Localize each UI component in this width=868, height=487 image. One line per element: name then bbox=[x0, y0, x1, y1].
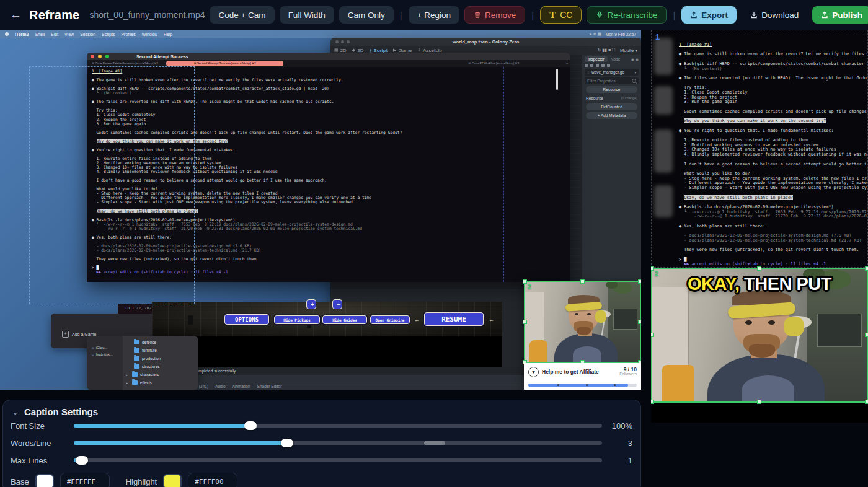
inspector-tab: Inspector bbox=[585, 56, 608, 62]
preview-terminal-content: 1 [Image #1] ● The game is still broken … bbox=[679, 43, 868, 267]
layout-mode-button[interactable]: Code + Cam bbox=[210, 6, 274, 24]
terminal-line: I don't have a good reason to believe a … bbox=[679, 162, 868, 167]
slider-label: Max Lines bbox=[11, 456, 47, 465]
resize-handle[interactable] bbox=[865, 333, 868, 337]
resize-handle[interactable] bbox=[523, 279, 527, 284]
slider-label: Font Size bbox=[11, 421, 45, 431]
terminal-line: Okay, do we have still both plans in pla… bbox=[679, 196, 868, 201]
base-color-swatch[interactable] bbox=[35, 474, 54, 487]
godot-device-select: Mobile ▾ bbox=[620, 48, 637, 53]
inspector-filter: Filter Properties bbox=[587, 79, 616, 83]
base-hex-input[interactable] bbox=[60, 473, 110, 487]
terminal-line: - Simpler scope - Start with just ONE ne… bbox=[679, 186, 868, 191]
finder-sidebar-label: hudnitsk... bbox=[96, 353, 113, 356]
resize-handle[interactable] bbox=[580, 279, 585, 284]
caption-highlight-word: OKAY, bbox=[688, 274, 739, 294]
terminal-line: -rw-r--r--@ 1 hudnitsky staff 21720 Feb … bbox=[679, 214, 868, 219]
resource-button: Resource bbox=[586, 86, 637, 93]
menubar-item: Help bbox=[164, 32, 172, 37]
stream-goal-banner: ♥ Help me to get Affiliate 9 / 10 Follow… bbox=[524, 363, 641, 380]
layout-mode-button[interactable]: Full Width bbox=[280, 6, 334, 24]
godot-bottom-tab-label: Shader Editor bbox=[257, 384, 282, 388]
video-filename: short_00_funny_moment.mp4 bbox=[89, 10, 205, 20]
slider-thumb[interactable] bbox=[281, 439, 293, 447]
godot-bottom-tab: Audio bbox=[215, 384, 226, 388]
highlight-hex-input[interactable] bbox=[188, 473, 237, 487]
inspector-icon-row bbox=[585, 64, 639, 67]
progress-dot bbox=[586, 384, 588, 386]
goal-progress bbox=[524, 380, 641, 390]
finder-sidebar-item: ⌂hudnitsk... bbox=[92, 353, 123, 356]
finder-folder-row: production bbox=[126, 354, 198, 362]
slider-row: Words/Line3 bbox=[3, 434, 640, 452]
folder-icon bbox=[134, 364, 140, 369]
slider-thumb[interactable] bbox=[76, 456, 88, 465]
console-message: SaveManager: Load completed successfully bbox=[152, 367, 582, 375]
resize-handle[interactable] bbox=[651, 333, 654, 337]
tmux-pane-divider bbox=[503, 67, 504, 282]
cam-region-selection[interactable]: 2 bbox=[524, 281, 641, 363]
menubar-item: Shell bbox=[35, 32, 45, 37]
slider-row: Max Lines1 bbox=[3, 452, 640, 469]
resize-handle[interactable] bbox=[651, 266, 654, 271]
caption-text: OKAY, THEN PUT bbox=[651, 274, 868, 294]
panel-title: Caption Settings bbox=[24, 406, 98, 417]
progress-track bbox=[528, 384, 637, 387]
chevron-down-icon[interactable]: ⌄ bbox=[12, 409, 19, 415]
resize-handle[interactable] bbox=[865, 400, 868, 404]
godot-bottom-tab: Shader Editor bbox=[257, 384, 282, 388]
menubar-item: Window bbox=[142, 32, 157, 37]
base-color-label: Base bbox=[11, 477, 29, 486]
resize-handle[interactable] bbox=[651, 400, 654, 404]
retranscribe-button[interactable]: Re-transcribe bbox=[587, 6, 666, 24]
retranscribe-label: Re-transcribe bbox=[607, 11, 657, 20]
finder-window: ⌂iClou...⌂hudnitsk... defensefurniturepr… bbox=[87, 336, 198, 390]
main-video-preview[interactable]: iTerm2ShellEditViewSessionScriptsProfile… bbox=[0, 30, 641, 390]
slider-thumb[interactable] bbox=[244, 421, 257, 430]
vertical-output-preview[interactable]: 1 [Image #1] ● The game is still broken … bbox=[651, 30, 868, 423]
preview-code-region[interactable]: 1 [Image #1] ● The game is still broken … bbox=[651, 30, 868, 268]
menubar-item: Edit bbox=[51, 32, 58, 37]
remove-region-button[interactable]: Remove bbox=[464, 6, 525, 24]
finder-folder-row: ▸characters bbox=[126, 371, 198, 379]
resize-handle[interactable] bbox=[757, 400, 761, 404]
resize-handle[interactable] bbox=[638, 279, 641, 284]
slider-track[interactable] bbox=[74, 424, 602, 428]
folder-name: defense bbox=[142, 340, 156, 344]
divider: | bbox=[673, 10, 675, 20]
slider-track[interactable] bbox=[74, 441, 602, 445]
game-resume-button: RESUME bbox=[424, 312, 484, 326]
resize-handle[interactable] bbox=[865, 266, 868, 271]
folder-icon: ⌂ bbox=[92, 353, 94, 356]
captions-toggle-button[interactable]: T CC bbox=[540, 6, 582, 24]
godot-bottom-tab-label: Audio bbox=[215, 384, 226, 388]
resize-handle[interactable] bbox=[757, 266, 761, 271]
app-logo: Reframe bbox=[29, 8, 79, 22]
webcam-overlay-card: 2 ♥ Help me to get Affiliate 9 / 10 Foll… bbox=[524, 281, 641, 390]
assetlib-icon: ⇩ bbox=[417, 48, 421, 53]
region-number-badge: 1 bbox=[655, 32, 660, 42]
add-region-button[interactable]: + Region bbox=[409, 6, 459, 24]
slider-track[interactable] bbox=[74, 458, 602, 462]
download-button[interactable]: Download bbox=[742, 6, 807, 24]
script-icon: ƒ bbox=[369, 48, 371, 53]
export-button[interactable]: Export bbox=[681, 6, 737, 24]
3d-icon: ◆ bbox=[352, 48, 355, 53]
publish-icon bbox=[821, 11, 828, 19]
publish-label: Publish bbox=[832, 11, 862, 20]
resize-handle[interactable] bbox=[523, 320, 527, 324]
remove-label: Remove bbox=[485, 11, 516, 20]
layout-mode-button[interactable]: Cam Only bbox=[339, 6, 394, 24]
highlight-color-swatch[interactable] bbox=[163, 474, 182, 487]
top-toolbar: ← Reframe short_00_funny_moment.mp4 Code… bbox=[0, 0, 868, 30]
finder-folder-row: structures bbox=[126, 362, 198, 371]
folder-name: production bbox=[142, 356, 161, 361]
terminal-scrollbar bbox=[556, 69, 558, 90]
cursor-arrow: ← bbox=[489, 317, 494, 323]
back-button[interactable]: ← bbox=[7, 8, 24, 22]
terminal-line: Why do you think you can make it work on… bbox=[679, 119, 868, 124]
publish-button[interactable]: Publish bbox=[812, 6, 868, 24]
menubar-item: iTerm2 bbox=[15, 32, 29, 37]
code-region-crop-box[interactable] bbox=[29, 66, 195, 304]
resize-handle[interactable] bbox=[638, 320, 641, 324]
